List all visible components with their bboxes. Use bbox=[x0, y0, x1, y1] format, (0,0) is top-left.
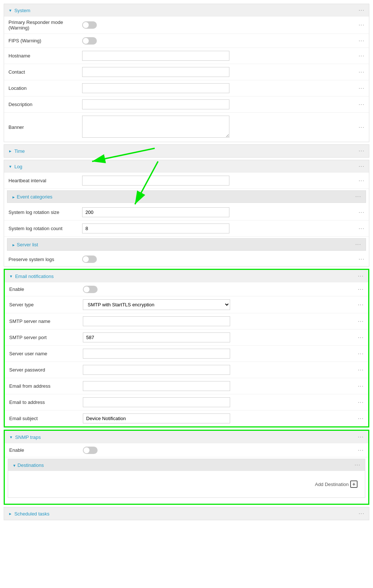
snmp-enable-toggle[interactable] bbox=[83, 447, 98, 454]
time-section-header[interactable]: ► Time ··· bbox=[4, 145, 369, 157]
server-type-row: Server type SMTP with StartTLS encryptio… bbox=[5, 296, 368, 313]
server-username-dots[interactable]: ··· bbox=[354, 351, 364, 357]
fips-slider bbox=[82, 37, 97, 45]
smtp-name-input[interactable] bbox=[83, 316, 230, 326]
primary-responder-toggle[interactable] bbox=[82, 21, 97, 29]
server-list-dots[interactable]: ··· bbox=[355, 241, 361, 248]
scheduled-tasks-dots[interactable]: ··· bbox=[359, 510, 365, 517]
banner-control bbox=[82, 116, 229, 139]
email-from-input[interactable] bbox=[83, 381, 230, 391]
add-destination-button[interactable]: Add Destination + bbox=[312, 479, 360, 489]
server-password-dots[interactable]: ··· bbox=[354, 367, 364, 373]
system-arrow-icon: ▼ bbox=[8, 8, 12, 13]
smtp-port-control bbox=[83, 332, 230, 342]
scheduled-tasks-header[interactable]: ► Scheduled tasks ··· bbox=[4, 507, 369, 520]
fips-control bbox=[82, 37, 229, 45]
server-password-control bbox=[83, 365, 230, 375]
location-input[interactable] bbox=[82, 83, 229, 93]
snmp-section-body: Enable ··· ▼ Destinations ··· bbox=[5, 443, 368, 504]
server-type-select[interactable]: SMTP with StartTLS encryption SMTP SMTPS bbox=[83, 299, 230, 310]
server-type-dots[interactable]: ··· bbox=[354, 302, 364, 308]
sys-log-size-control bbox=[82, 207, 229, 217]
email-enable-control bbox=[83, 286, 230, 293]
heartbeat-dots[interactable]: ··· bbox=[355, 177, 365, 184]
preserve-logs-dots[interactable]: ··· bbox=[355, 256, 365, 263]
email-enable-toggle[interactable] bbox=[83, 286, 98, 293]
email-notifications-title: Email notifications bbox=[15, 274, 54, 279]
sys-log-size-input[interactable] bbox=[82, 207, 229, 217]
smtp-port-input[interactable] bbox=[83, 332, 230, 342]
fips-toggle[interactable] bbox=[82, 37, 97, 45]
contact-dots[interactable]: ··· bbox=[355, 69, 365, 75]
heartbeat-label: Heartbeat interval bbox=[8, 178, 82, 183]
email-subject-input[interactable] bbox=[83, 413, 230, 423]
snmp-bottom-spacer bbox=[5, 499, 368, 504]
log-arrow-icon: ▼ bbox=[8, 165, 12, 169]
banner-textarea[interactable] bbox=[82, 116, 229, 138]
destinations-header[interactable]: ▼ Destinations ··· bbox=[8, 459, 365, 471]
snmp-traps-header[interactable]: ▼ SNMP traps ··· bbox=[5, 431, 368, 443]
email-to-control bbox=[83, 397, 230, 407]
time-section: ► Time ··· bbox=[4, 144, 369, 158]
email-to-dots[interactable]: ··· bbox=[354, 399, 364, 406]
preserve-logs-label: Preserve system logs bbox=[8, 257, 82, 262]
sys-log-count-dots[interactable]: ··· bbox=[355, 225, 365, 232]
description-input[interactable] bbox=[82, 99, 229, 109]
sys-log-count-input[interactable] bbox=[82, 223, 229, 233]
add-destination-label: Add Destination bbox=[315, 482, 349, 487]
snmp-enable-dots[interactable]: ··· bbox=[354, 447, 364, 454]
smtp-name-dots[interactable]: ··· bbox=[354, 318, 364, 325]
smtp-name-control bbox=[83, 316, 230, 326]
description-dots[interactable]: ··· bbox=[355, 101, 365, 108]
server-list-header[interactable]: ► Server list ··· bbox=[7, 239, 366, 250]
email-notifications-header[interactable]: ▼ Email notifications ··· bbox=[5, 270, 368, 282]
snmp-section-title: SNMP traps bbox=[15, 434, 41, 440]
location-row: Location ··· bbox=[4, 80, 369, 96]
smtp-port-dots[interactable]: ··· bbox=[354, 334, 364, 341]
sys-log-size-dots[interactable]: ··· bbox=[355, 209, 365, 216]
contact-label: Contact bbox=[8, 69, 82, 75]
log-section-header[interactable]: ▼ Log ··· bbox=[4, 160, 369, 173]
system-section-header[interactable]: ▼ System ··· bbox=[4, 4, 369, 17]
location-dots[interactable]: ··· bbox=[355, 85, 365, 92]
banner-dots[interactable]: ··· bbox=[355, 124, 365, 131]
event-categories-dots[interactable]: ··· bbox=[355, 193, 361, 200]
server-password-input[interactable] bbox=[83, 365, 230, 375]
scheduled-tasks-title: Scheduled tasks bbox=[14, 511, 49, 517]
preserve-logs-slider bbox=[82, 256, 97, 263]
server-password-label: Server password bbox=[9, 367, 83, 373]
email-subject-dots[interactable]: ··· bbox=[354, 415, 364, 422]
fips-dots[interactable]: ··· bbox=[355, 38, 365, 44]
primary-responder-slider bbox=[82, 21, 97, 29]
server-username-label: Server user name bbox=[9, 351, 83, 356]
email-notifications-dots[interactable]: ··· bbox=[358, 273, 364, 279]
event-categories-header[interactable]: ► Event categories ··· bbox=[7, 191, 366, 203]
server-list-subsection: ► Server list ··· bbox=[7, 238, 366, 251]
contact-input[interactable] bbox=[82, 67, 229, 77]
log-section-title: Log bbox=[14, 164, 22, 169]
primary-responder-control bbox=[82, 21, 229, 29]
log-dots-menu[interactable]: ··· bbox=[359, 163, 365, 170]
heartbeat-row: Heartbeat interval ··· bbox=[4, 173, 369, 189]
email-to-input[interactable] bbox=[83, 397, 230, 407]
email-from-dots[interactable]: ··· bbox=[354, 383, 364, 390]
hostname-input[interactable] bbox=[82, 51, 229, 61]
description-control bbox=[82, 99, 229, 109]
time-arrow-icon: ► bbox=[8, 149, 12, 153]
description-label: Description bbox=[8, 102, 82, 107]
time-dots-menu[interactable]: ··· bbox=[359, 148, 365, 154]
preserve-logs-toggle[interactable] bbox=[82, 256, 97, 263]
primary-responder-dots[interactable]: ··· bbox=[355, 22, 365, 28]
email-notifications-body: Enable ··· Server type SMTP with StartTL… bbox=[5, 282, 368, 426]
hostname-dots[interactable]: ··· bbox=[355, 53, 365, 59]
email-notifications-arrow-icon: ▼ bbox=[9, 274, 13, 278]
destinations-dots[interactable]: ··· bbox=[355, 462, 360, 468]
server-password-row: Server password ··· bbox=[5, 362, 368, 378]
snmp-enable-slider bbox=[83, 447, 98, 454]
email-enable-dots[interactable]: ··· bbox=[354, 286, 364, 293]
snmp-dots-menu[interactable]: ··· bbox=[358, 434, 364, 440]
server-username-input[interactable] bbox=[83, 349, 230, 359]
heartbeat-input[interactable] bbox=[82, 176, 229, 186]
preserve-logs-row: Preserve system logs ··· bbox=[4, 252, 369, 266]
system-dots-menu[interactable]: ··· bbox=[359, 7, 365, 14]
